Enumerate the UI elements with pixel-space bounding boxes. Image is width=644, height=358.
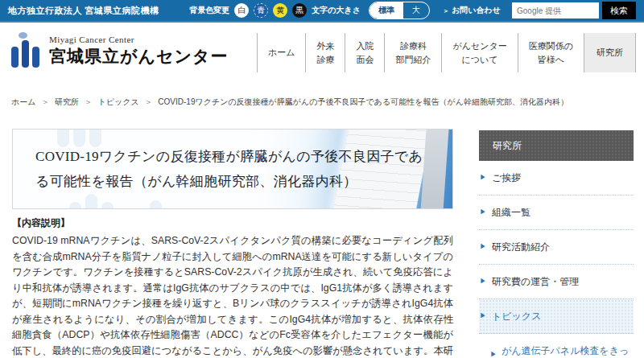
breadcrumb-topics[interactable]: トピックス (98, 97, 139, 106)
sidebar: 研究所 ▶ ご挨拶 ▶ 組織一覧 ▶ 研究活動紹介 ▶ 研究費の運営・管理 ▶ … (479, 130, 634, 358)
search-button[interactable]: 検索 (602, 2, 636, 19)
sidebar-item-label: 組織一覧 (492, 205, 530, 220)
logo-text: Miyagi Cancer Center 宮城県立がんセンター (49, 35, 228, 68)
section-label: 【内容説明】 (12, 216, 453, 230)
bg-color-black-button[interactable]: 黒 (292, 3, 307, 18)
bg-color-white-button[interactable]: 白 (234, 3, 249, 18)
article-body: COVID-19 mRNAワクチンは、SARS-CoV-2スパイクタンパク質の構… (12, 233, 453, 358)
breadcrumb-separator: ＞ (85, 97, 93, 106)
bg-color-label: 背景色変更 (189, 5, 229, 16)
sidebar-item-label: トピックス (492, 309, 541, 323)
breadcrumb: ホーム ＞ 研究所 ＞ トピックス ＞ COVID-19ワクチンの反復接種が膵臓… (11, 97, 639, 108)
site-search: 検索 (512, 2, 636, 19)
font-size-toggle: 標準 大 (369, 2, 430, 19)
contact-link[interactable]: ＞ お問い合わせ (443, 5, 501, 16)
triangle-right-icon: ▶ (490, 347, 497, 358)
breadcrumb-separator: ＞ (145, 97, 153, 106)
sidebar-item-greeting[interactable]: ▶ ご挨拶 (479, 161, 634, 195)
site-logo[interactable]: Miyagi Cancer Center 宮城県立がんセンター (11, 32, 228, 69)
nav-item-admission[interactable]: 入院 面会 (345, 33, 384, 72)
sidebar-item-label: 研究費の運営・管理 (492, 274, 579, 289)
sidebar-title[interactable]: 研究所 (479, 130, 634, 161)
main-nav: ホーム 外来 診療 入院 面会 診療科 部門紹介 がんセンター について 医療関… (257, 33, 636, 72)
nav-item-home[interactable]: ホーム (257, 33, 306, 72)
breadcrumb-research-institute[interactable]: 研究所 (55, 97, 79, 106)
nav-item-outpatient[interactable]: 外来 診療 (305, 33, 345, 72)
topic-link-label: がん遺伝子パネル検査をきっかけに遺伝性腫瘍の原因変異を確認しました（発がん制御研… (502, 343, 634, 358)
triangle-right-icon: ▶ (480, 208, 486, 217)
page-title-banner: COVID-19ワクチンの反復接種が膵臓がんの予後不良因子である可能性を報告（が… (12, 129, 453, 209)
chevron-right-icon: ＞ (443, 6, 449, 15)
font-size-label: 文字の大きさ (312, 5, 361, 16)
sidebar-item-label: ご挨拶 (492, 171, 521, 185)
breadcrumb-separator: ＞ (41, 97, 49, 106)
nav-item-departments[interactable]: 診療科 部門紹介 (384, 33, 441, 72)
breadcrumb-current-page: COVID-19ワクチンの反復接種が膵臓がんの予後不良因子である可能性を報告（が… (158, 97, 568, 106)
logo-watermark (69, 194, 114, 209)
triangle-right-icon: ▶ (480, 173, 486, 183)
topic-link-gene-panel[interactable]: ▶ がん遺伝子パネル検査をきっかけに遺伝性腫瘍の原因変異を確認しました（発がん制… (479, 334, 634, 358)
nav-item-about-center[interactable]: がんセンター について (441, 33, 517, 72)
bg-color-blue-button[interactable]: 青 (254, 3, 268, 18)
triangle-right-icon: ▶ (480, 277, 486, 286)
sidebar-item-research-funds[interactable]: ▶ 研究費の運営・管理 (479, 265, 634, 299)
logo-japanese-name: 宮城県立がんセンター (49, 45, 228, 68)
sidebar-item-research-activities[interactable]: ▶ 研究活動紹介 (479, 230, 634, 265)
logo-icon (11, 32, 42, 69)
sidebar-item-organization[interactable]: ▶ 組織一覧 (479, 195, 634, 230)
nav-item-research-institute[interactable]: 研究所 (584, 33, 636, 72)
organization-name: 地方独立行政法人 宮城県立病院機構 (8, 5, 159, 17)
contact-label: お問い合わせ (452, 5, 501, 16)
triangle-right-icon: ▶ (480, 242, 486, 252)
search-input[interactable] (512, 2, 599, 19)
font-size-large-button[interactable]: 大 (403, 2, 429, 19)
utility-controls: 背景色変更 白 青 黄 黒 文字の大きさ 標準 大 ＞ お問い合わせ 検索 (189, 2, 636, 19)
main-content: COVID-19ワクチンの反復接種が膵臓がんの予後不良因子である可能性を報告（が… (12, 129, 453, 358)
utility-bar: 地方独立行政法人 宮城県立病院機構 背景色変更 白 青 黄 黒 文字の大きさ 標… (0, 0, 644, 23)
sidebar-item-topics[interactable]: ▶ トピックス (479, 299, 634, 334)
nav-item-medical-professionals[interactable]: 医療関係の 皆様へ (518, 33, 584, 72)
logo-english-name: Miyagi Cancer Center (49, 35, 228, 44)
sidebar-item-label: 研究活動紹介 (492, 240, 550, 254)
breadcrumb-home[interactable]: ホーム (11, 97, 35, 106)
site-header: Miyagi Cancer Center 宮城県立がんセンター ホーム 外来 診… (0, 23, 644, 83)
triangle-right-icon: ▶ (480, 311, 486, 321)
page-title: COVID-19ワクチンの反復接種が膵臓がんの予後不良因子である可能性を報告（が… (35, 144, 431, 195)
logo-watermark (134, 200, 178, 209)
font-size-standard-button[interactable]: 標準 (369, 2, 403, 19)
bg-color-yellow-button[interactable]: 黄 (273, 3, 287, 18)
